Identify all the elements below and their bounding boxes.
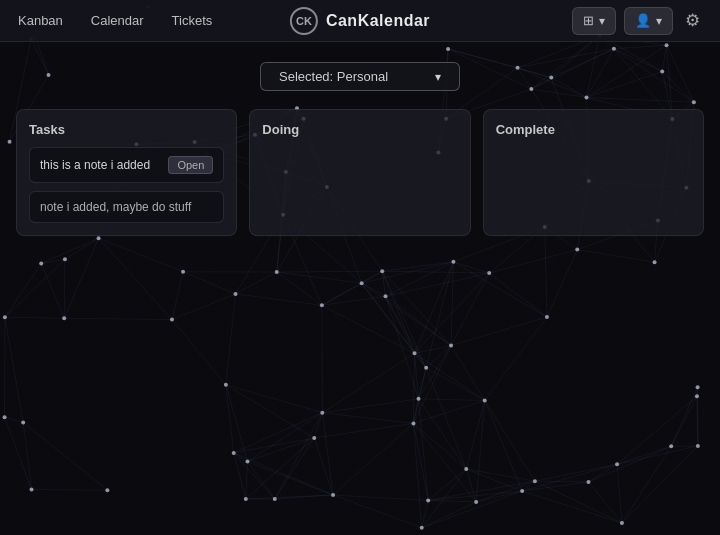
- complete-column-title: Complete: [496, 122, 691, 137]
- selector-chevron-icon: [435, 69, 441, 84]
- main-content: Selected: Personal Tasks this is a note …: [0, 42, 720, 256]
- board-selector-button[interactable]: Selected: Personal: [260, 62, 460, 91]
- nav-calendar[interactable]: Calendar: [89, 9, 146, 32]
- nav-right: ⊞ 👤 ⚙: [572, 7, 704, 35]
- doing-column-title: Doing: [262, 122, 457, 137]
- task-open-badge[interactable]: Open: [168, 156, 213, 174]
- tasks-column-title: Tasks: [29, 122, 224, 137]
- view-toggle-button[interactable]: ⊞: [572, 7, 616, 35]
- complete-column: Complete: [483, 109, 704, 236]
- task-card[interactable]: this is a note i added Open: [29, 147, 224, 183]
- nav-links: Kanban Calendar Tickets: [16, 9, 214, 32]
- selector-label: Selected: Personal: [279, 69, 388, 84]
- user-menu-button[interactable]: 👤: [624, 7, 673, 35]
- brand: CK CanKalendar: [290, 7, 430, 35]
- selector-bar: Selected: Personal: [16, 62, 704, 91]
- nav-kanban[interactable]: Kanban: [16, 9, 65, 32]
- settings-button[interactable]: ⚙: [681, 8, 704, 33]
- gear-icon: ⚙: [685, 11, 700, 30]
- brand-icon: CK: [290, 7, 318, 35]
- navbar: Kanban Calendar Tickets CK CanKalendar ⊞…: [0, 0, 720, 42]
- user-chevron-icon: [656, 13, 662, 28]
- view-chevron-icon: [599, 13, 605, 28]
- nav-tickets[interactable]: Tickets: [170, 9, 215, 32]
- brand-name: CanKalendar: [326, 12, 430, 30]
- tasks-column: Tasks this is a note i added Open note i…: [16, 109, 237, 236]
- task-note: note i added, maybe do stuff: [29, 191, 224, 223]
- grid-icon: ⊞: [583, 13, 594, 28]
- user-icon: 👤: [635, 13, 651, 28]
- doing-column: Doing: [249, 109, 470, 236]
- kanban-board: Tasks this is a note i added Open note i…: [16, 109, 704, 236]
- task-card-title: this is a note i added: [40, 158, 160, 172]
